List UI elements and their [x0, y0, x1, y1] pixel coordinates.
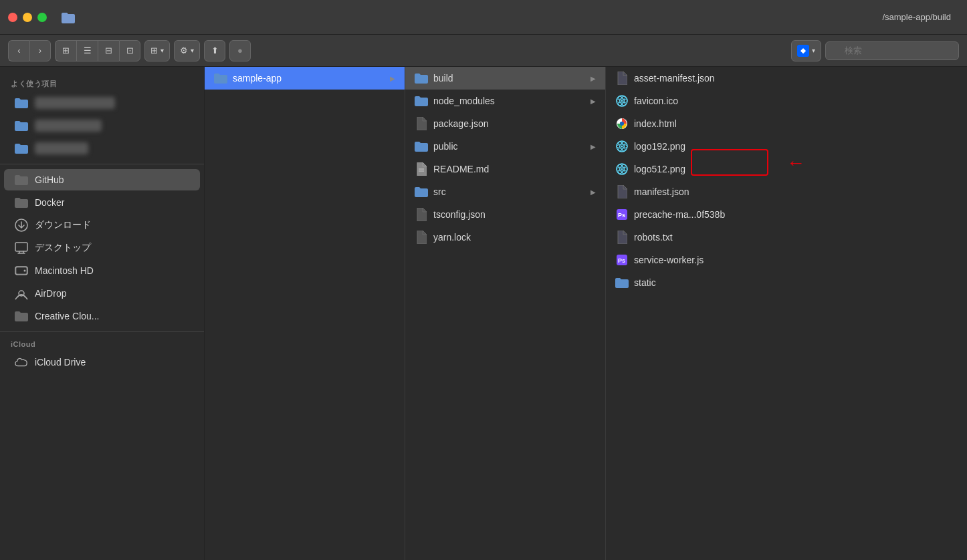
- list-item[interactable]: Ps service-worker.js: [606, 249, 967, 271]
- view-icon-icon: ⊞: [62, 45, 70, 55]
- item-label: src: [433, 186, 585, 197]
- nav-buttons: ‹ ›: [8, 40, 51, 61]
- share-button[interactable]: ⬆: [204, 40, 225, 61]
- github-label: GitHub: [35, 174, 189, 185]
- maximize-button[interactable]: [37, 13, 47, 22]
- share-icon: ⬆: [211, 45, 219, 55]
- window-folder-icon: [59, 8, 78, 27]
- sidebar-section-favorites: よく使う項目: [0, 75, 204, 92]
- creative-label: Creative Clou...: [35, 311, 189, 321]
- item-label: public: [433, 141, 585, 152]
- folder-blue-icon: [415, 140, 428, 153]
- sidebar-item-blurred2[interactable]: [4, 115, 200, 136]
- react-file-icon3: [615, 162, 629, 176]
- sidebar-item-desktop[interactable]: デスクトップ: [4, 237, 200, 259]
- tag-button[interactable]: ●: [229, 40, 251, 61]
- folder-icon: [15, 142, 28, 155]
- item-label: logo192.png: [634, 141, 958, 152]
- item-label: README.md: [433, 164, 596, 174]
- sidebar-item-blurred1[interactable]: [4, 92, 200, 114]
- list-item[interactable]: yarn.lock: [405, 226, 605, 249]
- arrow-right-icon: ▶: [590, 188, 596, 196]
- sidebar-item-icloud-drive[interactable]: iCloud Drive: [4, 352, 200, 373]
- sidebar-section-icloud: iCloud: [0, 336, 204, 351]
- blurred-label3: [35, 142, 88, 154]
- item-label: service-worker.js: [634, 255, 958, 265]
- list-item[interactable]: README.md: [405, 158, 605, 180]
- sidebar-item-macintosh[interactable]: Macintosh HD: [4, 260, 200, 281]
- list-item[interactable]: public ▶: [405, 135, 605, 158]
- action-gear-button[interactable]: ⚙ ▾: [174, 40, 200, 61]
- arrow-right-icon: ▶: [390, 75, 395, 82]
- arrow-right-icon: ▶: [590, 98, 596, 105]
- close-button[interactable]: [8, 13, 17, 22]
- file-browser: sample-app ▶ build ▶: [205, 67, 967, 560]
- list-item[interactable]: asset-manifest.json: [606, 67, 967, 90]
- sidebar-item-docker[interactable]: Docker: [4, 192, 200, 213]
- view-column-button[interactable]: ⊟: [98, 40, 119, 61]
- list-item[interactable]: logo192.png: [606, 135, 967, 158]
- toolbar: ‹ › ⊞ ☰ ⊟ ⊡ ⊞ ▾ ⚙ ▾ ⬆ ● ◆ ▾: [0, 35, 967, 67]
- download-icon: [15, 219, 28, 232]
- list-item[interactable]: src ▶: [405, 180, 605, 203]
- sidebar-item-blurred3[interactable]: [4, 138, 200, 159]
- airdrop-label: AirDrop: [35, 288, 189, 299]
- minimize-button[interactable]: [23, 13, 32, 22]
- view-list-button[interactable]: ☰: [76, 40, 98, 61]
- list-item[interactable]: package.json: [405, 112, 605, 135]
- folder-icon: [15, 119, 28, 132]
- view-icon-button[interactable]: ⊞: [55, 40, 76, 61]
- list-item[interactable]: static: [606, 271, 967, 294]
- arrow-right-icon: ▶: [590, 143, 596, 150]
- svg-text:Ps: Ps: [618, 212, 625, 219]
- list-item[interactable]: favicon.ico: [606, 90, 967, 112]
- list-item[interactable]: tsconfig.json: [405, 203, 605, 226]
- sidebar-item-github[interactable]: GitHub: [4, 169, 200, 190]
- chrome-file-icon: [615, 117, 629, 130]
- view-group-button[interactable]: ⊞ ▾: [144, 40, 170, 61]
- tag-icon: ●: [237, 45, 243, 55]
- file-browser-container: ← sample-app ▶: [205, 67, 967, 560]
- list-item[interactable]: node_modules ▶: [405, 90, 605, 112]
- creative-folder-icon: [15, 309, 28, 323]
- list-item[interactable]: manifest.json: [606, 180, 967, 203]
- docker-folder-icon: [15, 196, 28, 209]
- item-label: build: [433, 73, 585, 84]
- forward-icon: ›: [39, 45, 41, 55]
- gear-icon: ⚙: [180, 45, 188, 55]
- list-item[interactable]: index.html: [606, 112, 967, 135]
- view-gallery-button[interactable]: ⊡: [119, 40, 140, 61]
- item-label: static: [634, 277, 958, 288]
- folder-icon: [15, 96, 28, 110]
- airdrop-icon: [15, 287, 28, 300]
- blurred-label2: [35, 120, 102, 132]
- dropbox-button[interactable]: ◆ ▾: [791, 40, 821, 61]
- file-icon: [415, 208, 428, 221]
- svg-rect-1: [15, 243, 27, 251]
- chevron-down-icon3: ▾: [812, 47, 815, 54]
- item-label: sample-app: [233, 73, 385, 84]
- file-icon: [415, 231, 428, 244]
- list-item[interactable]: sample-app ▶: [205, 67, 405, 90]
- list-item[interactable]: build ▶: [405, 67, 605, 90]
- svg-point-4: [24, 270, 26, 272]
- sidebar-item-downloads[interactable]: ダウンロード: [4, 215, 200, 236]
- desktop-label: デスクトップ: [35, 242, 189, 254]
- svg-point-12: [621, 100, 623, 102]
- svg-point-15: [620, 122, 624, 126]
- search-input[interactable]: [825, 41, 959, 60]
- list-item[interactable]: robots.txt: [606, 226, 967, 249]
- forward-button[interactable]: ›: [29, 40, 51, 61]
- sidebar-item-airdrop[interactable]: AirDrop: [4, 283, 200, 304]
- folder-blue-icon: [214, 72, 227, 85]
- back-button[interactable]: ‹: [8, 40, 29, 61]
- text-file-icon: [415, 162, 428, 176]
- folder-blue-icon: [415, 72, 428, 85]
- sidebar-item-creative[interactable]: Creative Clou...: [4, 305, 200, 327]
- search-container: 🔍: [825, 41, 959, 60]
- folder-blue-icon: [415, 185, 428, 198]
- item-label: logo512.png: [634, 164, 958, 174]
- list-item[interactable]: Ps precache-ma...0f538b: [606, 203, 967, 226]
- item-label: asset-manifest.json: [634, 73, 958, 84]
- list-item[interactable]: logo512.png: [606, 158, 967, 180]
